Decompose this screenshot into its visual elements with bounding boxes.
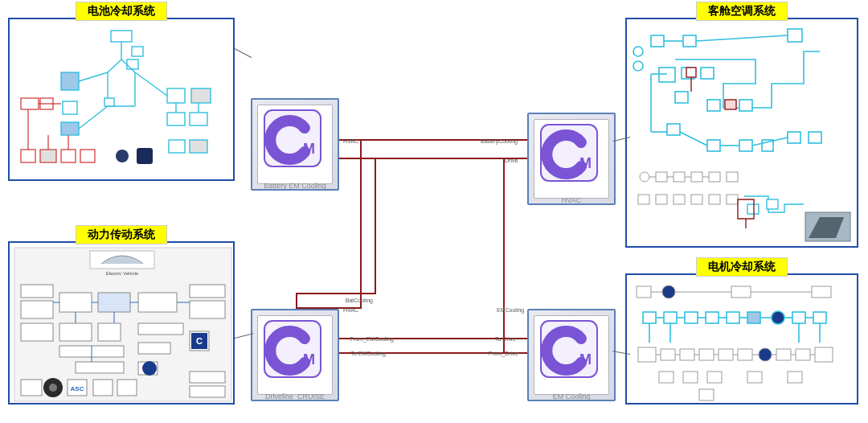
svg-rect-113	[709, 195, 720, 204]
svg-rect-43	[138, 293, 177, 312]
panel-title-hvac-cabin: 客舱空调系统	[696, 2, 788, 21]
svg-rect-101	[725, 100, 736, 109]
svg-rect-8	[61, 122, 79, 135]
svg-rect-129	[643, 312, 656, 323]
svg-rect-1	[132, 47, 143, 56]
port-hvac2: HVAC	[343, 307, 358, 313]
svg-rect-170	[683, 372, 698, 383]
svg-rect-47	[59, 323, 92, 341]
svg-rect-114	[727, 195, 738, 204]
port-emcooling: EMCooling	[497, 307, 524, 313]
svg-rect-29	[61, 150, 76, 162]
cm-label-driveline: Driveline_CRUISE	[252, 392, 338, 400]
svg-rect-24	[21, 98, 39, 109]
svg-rect-85	[707, 100, 720, 111]
svg-rect-45	[190, 301, 225, 318]
port-batterycooling: BatteryCooling	[481, 138, 518, 144]
svg-point-34	[116, 150, 129, 162]
svg-rect-125	[812, 286, 831, 298]
svg-point-77	[633, 47, 643, 56]
svg-rect-173	[788, 372, 802, 383]
svg-rect-107	[709, 172, 720, 182]
center-canvas: M Battery EM Cooling HVAC M HVAC Battery…	[248, 95, 616, 415]
schematic-driveline: Electric Vehicle	[10, 243, 233, 403]
port-batcooling: BatCooling	[346, 298, 373, 303]
panel-em-cooling: 电机冷却系统	[625, 273, 858, 405]
svg-text:ASC: ASC	[71, 385, 84, 392]
port-to-emcooling: To EMCooling	[350, 351, 386, 356]
svg-rect-51	[138, 343, 170, 354]
cm-block-driveline[interactable]: M Driveline_CRUISE BatCooling HVAC From_…	[251, 309, 339, 401]
svg-rect-44	[190, 285, 225, 298]
svg-rect-122	[637, 286, 651, 298]
svg-rect-59	[190, 386, 225, 397]
svg-rect-91	[788, 132, 800, 143]
svg-point-78	[633, 61, 643, 71]
svg-rect-157	[776, 349, 791, 360]
svg-rect-88	[707, 140, 720, 151]
schematic-hvac-cabin	[627, 19, 857, 246]
cm-icon: M	[261, 107, 324, 170]
svg-line-10	[79, 106, 108, 129]
svg-rect-150	[638, 347, 656, 362]
svg-rect-28	[40, 150, 56, 162]
svg-rect-136	[792, 312, 805, 323]
svg-rect-111	[674, 195, 685, 204]
cm-block-em-cooling[interactable]: M EM Cooling EMCooling To Drive From_Dri…	[527, 309, 616, 401]
svg-rect-89	[739, 140, 752, 151]
svg-rect-154	[719, 349, 733, 360]
svg-rect-112	[691, 195, 702, 204]
svg-rect-124	[731, 286, 751, 298]
svg-rect-106	[691, 172, 702, 182]
svg-point-61	[49, 384, 57, 392]
svg-rect-57	[117, 380, 137, 396]
svg-rect-55	[21, 380, 42, 396]
svg-rect-15	[191, 88, 211, 103]
port-to-drive: To Drive	[495, 336, 516, 342]
port-drive: Drive	[505, 158, 518, 163]
svg-rect-7	[63, 101, 77, 114]
panel-driveline: 动力传动系统 Electric Vehicle	[8, 241, 235, 405]
svg-point-156	[759, 348, 772, 361]
svg-rect-19	[190, 140, 207, 153]
svg-rect-153	[699, 349, 714, 360]
svg-point-123	[662, 285, 675, 298]
svg-rect-151	[661, 349, 675, 360]
svg-text:M: M	[579, 155, 592, 171]
svg-rect-83	[701, 68, 714, 79]
svg-rect-92	[809, 132, 821, 143]
svg-rect-76	[788, 29, 802, 42]
svg-rect-84	[675, 92, 688, 103]
svg-point-103	[640, 172, 649, 182]
svg-rect-99	[686, 68, 696, 77]
svg-rect-2	[127, 60, 138, 69]
svg-rect-48	[98, 323, 121, 341]
svg-rect-137	[813, 312, 826, 323]
cm-block-battery-cooling[interactable]: M Battery EM Cooling HVAC	[251, 98, 339, 191]
svg-rect-58	[190, 372, 225, 383]
svg-rect-23	[104, 98, 114, 106]
panel-title-battery-cooling: 电池冷却系统	[76, 2, 167, 21]
leader-line	[235, 48, 252, 58]
cm-block-hvac[interactable]: M HVAC BatteryCooling Drive	[527, 113, 616, 205]
svg-rect-108	[727, 172, 738, 182]
svg-rect-14	[167, 88, 185, 103]
panel-title-driveline: 动力传动系统	[76, 225, 167, 244]
svg-rect-17	[167, 113, 185, 125]
cm-icon: M	[538, 121, 600, 184]
svg-rect-42	[98, 293, 130, 312]
svg-line-96	[680, 132, 707, 146]
svg-rect-56	[93, 380, 113, 396]
svg-rect-120	[767, 199, 778, 209]
cm-label-battery-cooling: Battery EM Cooling	[252, 182, 338, 190]
svg-rect-171	[707, 372, 722, 383]
svg-line-80	[696, 35, 788, 41]
panel-title-em-cooling: 电机冷却系统	[696, 257, 788, 277]
svg-rect-0	[111, 31, 132, 42]
svg-rect-159	[815, 347, 833, 362]
svg-rect-81	[659, 68, 675, 82]
port-from-drive: From_Drive	[489, 351, 518, 356]
svg-rect-119	[747, 204, 759, 214]
svg-line-9	[79, 72, 108, 81]
svg-text:M: M	[303, 351, 315, 368]
